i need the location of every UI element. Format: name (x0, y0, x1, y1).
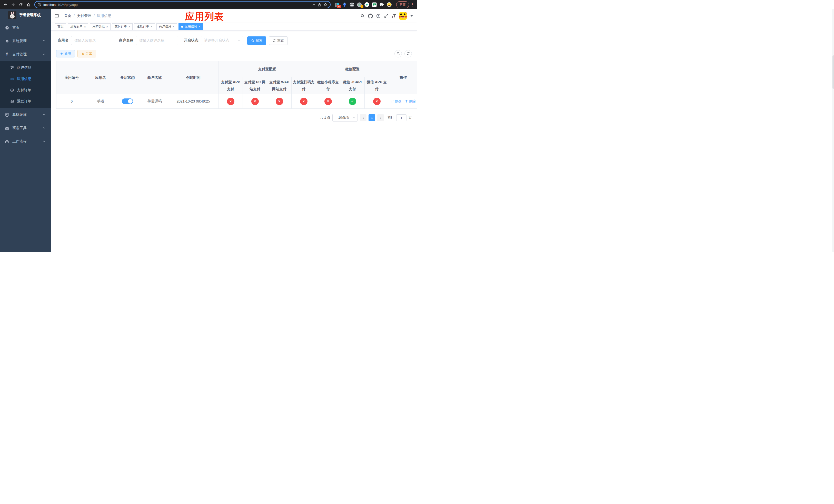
password-key-icon[interactable] (311, 3, 315, 7)
reset-button-label: 重置 (277, 38, 284, 43)
sidebar-item-infrastructure[interactable]: 基础设施 (0, 108, 51, 121)
extension-yuque-icon[interactable]: y (365, 2, 369, 7)
font-size-icon[interactable]: TT (392, 14, 396, 18)
close-icon[interactable]: × (198, 25, 200, 28)
grid-icon (10, 77, 14, 81)
col-header-wechat-lite: 微信小程序支付 (316, 77, 340, 94)
svg-text:y: y (366, 3, 368, 6)
github-icon[interactable] (368, 14, 373, 19)
status-icon-alipay-app: × (227, 98, 235, 105)
extension-badge: 10 (337, 5, 341, 8)
sidebar-item-pay-orders[interactable]: ¥ 支付订单 (0, 85, 51, 96)
refresh-table-button[interactable] (404, 50, 412, 58)
prev-page-button[interactable] (360, 114, 367, 121)
refresh-icon (407, 52, 410, 55)
extension-blue-kite-icon[interactable] (342, 2, 347, 7)
sidebar-item-payment[interactable]: ¥ 支付管理 (0, 48, 51, 61)
close-icon[interactable]: × (151, 25, 152, 28)
tag-home[interactable]: 首页 (55, 23, 66, 30)
forward-arrow-icon (11, 2, 15, 7)
address-bar[interactable]: localhost:1024/pay/app (35, 1, 331, 8)
sidebar-item-workflow[interactable]: 工作流程 (0, 135, 51, 148)
browser-back-button[interactable] (2, 1, 9, 8)
status-icon-alipay-pc: × (251, 98, 259, 105)
col-header-operations: 操作 (389, 61, 417, 94)
extension-chat-icon[interactable] (372, 2, 377, 7)
close-icon[interactable]: × (106, 25, 108, 28)
sidebar-item-label: 首页 (12, 25, 20, 30)
app-name-input[interactable] (71, 36, 113, 45)
sidebar-item-dev-tools[interactable]: 研发工具 (0, 121, 51, 135)
merchant-name-input[interactable] (136, 36, 178, 45)
tag-pay-orders[interactable]: 支付订单× (112, 23, 133, 30)
group-header-alipay: 支付宝配置 (219, 61, 316, 77)
user-avatar[interactable] (399, 12, 407, 20)
breadcrumb-home[interactable]: 首页 (64, 14, 71, 18)
sidebar-item-label: 研发工具 (12, 126, 27, 131)
breadcrumb: 首页 / 支付管理 / 应用信息 (64, 14, 111, 18)
bookmark-star-icon[interactable] (323, 3, 328, 7)
download-icon (81, 52, 84, 55)
payment-submenu: 商户信息 应用信息 ¥ 支付订单 退款订单 (0, 61, 51, 108)
extension-puzzle-icon[interactable] (379, 2, 384, 7)
edit-label: 修改 (395, 99, 402, 104)
edit-link[interactable]: 修改 (391, 99, 402, 104)
next-page-button[interactable] (377, 114, 384, 121)
fullscreen-icon[interactable] (384, 14, 389, 19)
sidebar-item-label: 支付订单 (17, 88, 31, 93)
export-button[interactable]: 导出 (78, 50, 96, 58)
tag-app-info[interactable]: 应用信息× (178, 23, 203, 30)
home-icon (26, 3, 31, 7)
pagination-total: 共 1 条 (320, 115, 330, 120)
page-size-select[interactable]: 10条/页 (332, 114, 358, 121)
sidebar-item-app-info[interactable]: 应用信息 (0, 73, 51, 85)
browser-home-button[interactable] (25, 1, 32, 8)
tag-label: 用户分组 (92, 24, 105, 29)
pagination: 共 1 条 10条/页 1 前往 页 (56, 114, 412, 121)
extension-squares-diamond-icon[interactable]: 10 (335, 2, 339, 7)
sidebar-collapse-button[interactable] (54, 13, 60, 19)
extension-command-icon[interactable] (350, 2, 354, 7)
tag-user-group[interactable]: 用户分组× (90, 23, 110, 30)
header-search-icon[interactable] (360, 14, 365, 18)
browser-reload-button[interactable] (18, 1, 24, 8)
tag-refund-orders[interactable]: 退款订单× (134, 23, 155, 30)
close-icon[interactable]: × (129, 25, 130, 28)
plus-icon (60, 52, 63, 55)
add-button[interactable]: 新增 (56, 50, 75, 58)
enabled-toggle[interactable] (122, 98, 133, 104)
col-header-status: 开启状态 (114, 61, 141, 94)
tag-process-form[interactable]: 流程表单× (68, 23, 88, 30)
sidebar-item-refund-orders[interactable]: 退款订单 (0, 96, 51, 107)
sidebar: 芋道管理系统 首页 系统管理 ¥ 支付管理 商户信息 (0, 9, 51, 252)
back-arrow-icon (3, 2, 8, 7)
breadcrumb-payment[interactable]: 支付管理 (77, 14, 91, 18)
tag-merchant-info[interactable]: 商户信息× (156, 23, 177, 30)
reset-button[interactable]: 重置 (269, 37, 288, 45)
delete-link[interactable]: 删除 (405, 99, 415, 104)
chevron-down-icon (43, 113, 46, 117)
browser-update-button[interactable]: 更新 (396, 1, 409, 8)
site-info-icon[interactable] (38, 3, 41, 7)
search-button[interactable]: 搜索 (247, 37, 266, 45)
pikachu-avatar-icon (399, 12, 407, 20)
show-search-button[interactable] (394, 50, 402, 58)
close-icon[interactable]: × (84, 25, 86, 28)
sidebar-item-system[interactable]: 系统管理 (0, 35, 51, 48)
close-icon[interactable]: × (173, 25, 174, 28)
browser-forward-button[interactable] (10, 1, 16, 8)
search-form: 应用名 商户名称 开启状态 请选择开启状态 搜索 重置 (56, 36, 412, 45)
extension-grey-circle-icon[interactable]: 1 (357, 2, 362, 7)
page-number-button[interactable]: 1 (369, 114, 375, 121)
browser-menu-button[interactable] (410, 3, 415, 6)
goto-page-input[interactable] (396, 114, 407, 121)
sidebar-item-home[interactable]: 首页 (0, 21, 51, 35)
extension-emoji-icon[interactable] (387, 2, 392, 7)
sidebar-logo[interactable]: 芋道管理系统 (0, 9, 51, 21)
sidebar-item-merchant-info[interactable]: 商户信息 (0, 62, 51, 73)
status-select[interactable]: 请选择开启状态 (201, 36, 243, 45)
avatar-dropdown-caret[interactable] (410, 15, 413, 17)
help-icon[interactable]: ? (376, 14, 381, 19)
share-icon[interactable] (317, 3, 321, 7)
sidebar-item-label: 支付管理 (12, 52, 27, 56)
